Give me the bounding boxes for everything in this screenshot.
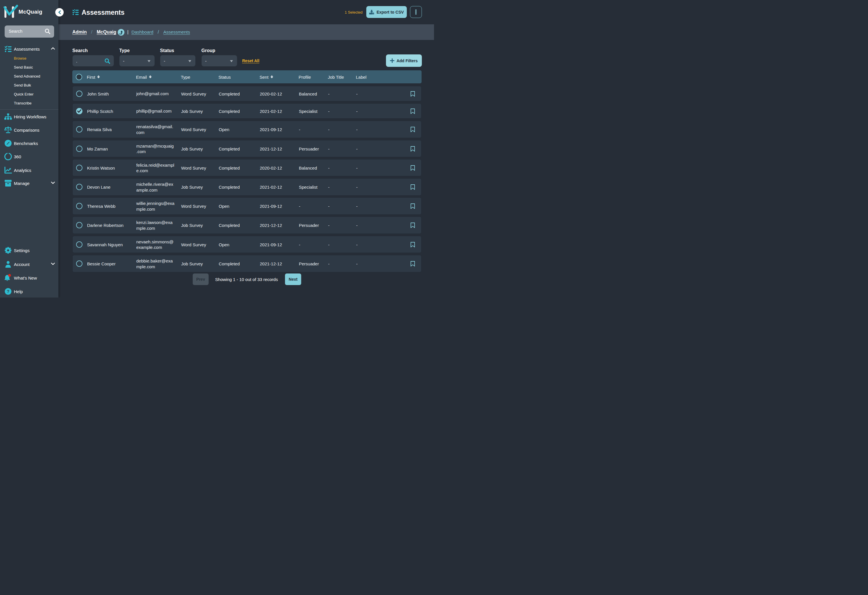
svg-text:?: ? — [7, 289, 9, 294]
